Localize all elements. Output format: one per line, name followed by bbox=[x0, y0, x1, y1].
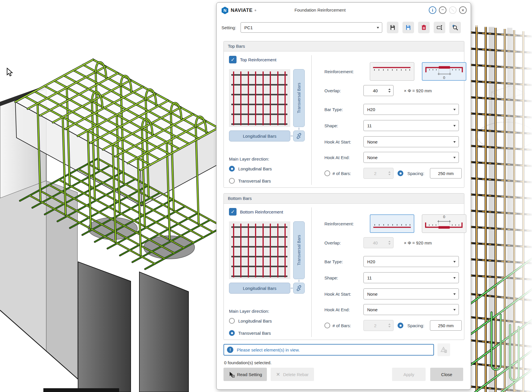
spacing-label: Spacing: bbox=[407, 323, 430, 328]
overlap-spinner[interactable]: 40 bbox=[363, 237, 394, 248]
chevron-down-icon bbox=[453, 293, 456, 295]
spacing-radio[interactable] bbox=[398, 323, 403, 328]
bottom-bars-group: Bottom Bars Bottom Reinforcement Transve… bbox=[223, 193, 464, 340]
delete-rebar-label: Delete Rebar bbox=[283, 372, 309, 377]
reinforcement-straight-option[interactable] bbox=[370, 62, 414, 81]
radio-label: Longitudinal Bars bbox=[238, 166, 272, 171]
hook-at-start-value: None bbox=[367, 292, 378, 297]
main-layer-transversal-radio[interactable]: Transversal Bars bbox=[229, 330, 271, 336]
hook-at-end-select[interactable]: None bbox=[363, 152, 459, 163]
read-setting-button[interactable]: Read Setting bbox=[223, 368, 267, 381]
reinforcement-hooked-option[interactable]: 0 bbox=[422, 214, 466, 233]
setting-select[interactable]: PC1 bbox=[241, 22, 382, 33]
longitudinal-bars-button[interactable]: Longitudinal Bars bbox=[229, 283, 290, 294]
rebar-grid-preview bbox=[229, 69, 290, 127]
apply-button[interactable]: Apply bbox=[392, 368, 426, 381]
top-bars-group-title: Top Bars bbox=[224, 41, 464, 51]
num-bars-radio[interactable] bbox=[324, 323, 330, 328]
bar-type-label: Bar Type: bbox=[324, 259, 363, 264]
bottom-reinforcement-label: Bottom Reinforcement bbox=[240, 209, 283, 214]
status-message: Please select element(s) in view. bbox=[237, 347, 300, 352]
reinforcement-hooked-option-selected[interactable]: 0 bbox=[422, 62, 466, 81]
transversal-bars-tab-label: Transversal Bars bbox=[297, 235, 301, 265]
reinforcement-label: Reinforcement: bbox=[324, 221, 363, 226]
longitudinal-bars-button[interactable]: Longitudinal Bars bbox=[229, 130, 290, 141]
link-layers-button[interactable] bbox=[293, 283, 305, 294]
num-bars-value: 2 bbox=[364, 171, 387, 176]
close-button[interactable]: Close bbox=[430, 368, 463, 381]
shape-select[interactable]: 11 bbox=[363, 120, 459, 131]
bottom-reinforcement-checkbox[interactable]: Bottom Reinforcement bbox=[229, 208, 283, 216]
bottom-bars-group-title: Bottom Bars bbox=[224, 194, 464, 204]
main-layer-transversal-radio[interactable]: Transversal Bars bbox=[229, 178, 271, 184]
preview-setting-button[interactable] bbox=[449, 22, 461, 33]
transversal-bars-tab-label: Transversal Bars bbox=[297, 83, 301, 113]
trash-icon bbox=[421, 24, 427, 31]
lap-dimension-value: 0 bbox=[422, 215, 466, 219]
rename-icon bbox=[436, 24, 443, 31]
spinner-arrows-icon[interactable] bbox=[387, 89, 392, 93]
dialog-title: Foundation Reinforcement bbox=[295, 8, 346, 12]
hook-at-end-label: Hook At End: bbox=[324, 155, 363, 160]
minimize-icon[interactable] bbox=[439, 6, 446, 14]
chevron-down-icon bbox=[453, 277, 456, 279]
rename-setting-button[interactable] bbox=[434, 22, 445, 33]
spacing-input[interactable]: 250 mm bbox=[430, 320, 462, 331]
rebar-grid-preview bbox=[229, 221, 290, 279]
spacing-input[interactable]: 250 mm bbox=[430, 168, 462, 178]
reinforcement-straight-option-selected[interactable] bbox=[370, 214, 414, 233]
main-layer-longitudinal-radio[interactable]: Longitudinal Bars bbox=[229, 166, 272, 172]
connector-dash bbox=[299, 280, 299, 282]
info-icon[interactable] bbox=[429, 6, 436, 14]
dialog-titlebar[interactable]: N NAVIATE® Foundation Reinforcement bbox=[217, 3, 471, 18]
radio-icon bbox=[229, 318, 235, 324]
num-bars-radio[interactable] bbox=[324, 170, 330, 176]
disabled-circle-icon[interactable] bbox=[449, 6, 457, 14]
warnings-button[interactable] bbox=[437, 343, 450, 356]
setting-value: PC1 bbox=[244, 25, 253, 30]
transversal-bars-tab[interactable]: Transversal Bars bbox=[293, 221, 305, 279]
save-icon bbox=[389, 24, 396, 31]
num-bars-value: 2 bbox=[364, 323, 387, 328]
num-bars-spinner[interactable]: 2 bbox=[363, 320, 394, 331]
hook-at-end-value: None bbox=[367, 155, 378, 160]
delete-rebar-button[interactable]: Delete Rebar bbox=[271, 368, 314, 381]
shape-select[interactable]: 11 bbox=[363, 272, 459, 283]
hook-at-end-label: Hook At End: bbox=[324, 307, 363, 312]
bar-type-select[interactable]: H20 bbox=[363, 256, 459, 267]
concrete-pile bbox=[139, 272, 189, 392]
radio-label: Longitudinal Bars bbox=[238, 319, 272, 323]
apply-label: Apply bbox=[403, 372, 414, 377]
spacing-radio[interactable] bbox=[398, 170, 403, 176]
save-as-setting-button[interactable] bbox=[402, 22, 414, 33]
hook-at-end-value: None bbox=[367, 307, 378, 312]
bar-type-select[interactable]: H20 bbox=[363, 104, 459, 115]
top-reinforcement-checkbox[interactable]: Top Reinforcement bbox=[229, 56, 276, 63]
save-setting-button[interactable] bbox=[387, 22, 398, 33]
close-icon[interactable] bbox=[459, 6, 467, 14]
search-gear-icon bbox=[452, 24, 458, 31]
chevron-down-icon bbox=[377, 27, 379, 29]
naviate-hexagon-icon: N bbox=[221, 6, 229, 14]
delete-setting-button[interactable] bbox=[418, 22, 430, 33]
hook-at-start-select[interactable]: None bbox=[363, 136, 459, 147]
link-layers-button[interactable] bbox=[293, 130, 305, 141]
num-bars-label: # of Bars: bbox=[332, 171, 363, 176]
lap-dimension-value: 0 bbox=[422, 76, 466, 80]
overlap-value: 40 bbox=[364, 88, 387, 93]
transversal-bars-tab[interactable]: Transversal Bars bbox=[293, 69, 305, 127]
num-bars-spinner[interactable]: 2 bbox=[363, 168, 394, 179]
hook-at-start-select[interactable]: None bbox=[363, 288, 459, 299]
overlap-label: Overlap: bbox=[324, 88, 363, 93]
overlap-spinner[interactable]: 40 bbox=[363, 85, 394, 96]
broken-link-icon bbox=[296, 133, 302, 139]
setting-label: Setting: bbox=[221, 25, 240, 30]
hook-at-end-select[interactable]: None bbox=[363, 304, 459, 315]
top-reinforcement-label: Top Reinforcement bbox=[240, 57, 276, 62]
rebar-grid-image bbox=[229, 221, 290, 279]
straight-bar-diagram bbox=[370, 215, 414, 232]
svg-text:N: N bbox=[223, 8, 226, 13]
overlap-value: 40 bbox=[364, 240, 387, 245]
main-layer-longitudinal-radio[interactable]: Longitudinal Bars bbox=[229, 318, 272, 324]
close-label: Close bbox=[441, 372, 452, 377]
